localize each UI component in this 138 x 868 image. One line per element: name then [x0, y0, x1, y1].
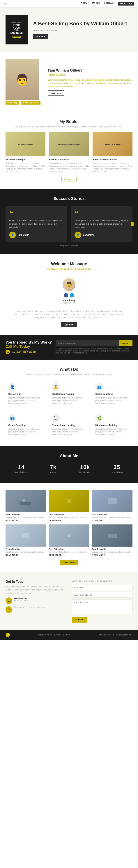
social-icons: f t [5, 293, 133, 298]
story-avatar-2: 👤 [74, 231, 81, 238]
author-name: I'am William Gilbert [48, 68, 133, 72]
footer: W Broadway No 72, New York, NY 10018 Ent… [0, 630, 138, 640]
learn-more-button[interactable]: Learn more [48, 90, 64, 95]
service-desc-4: consectetur adipiscing elit nullam nunc … [8, 428, 43, 436]
twitter-icon[interactable]: t [70, 293, 74, 298]
story-card-2: ❝ Lorem ipsum dolor sit amet, consectetu… [71, 206, 133, 242]
stat-num-events: 35 [103, 464, 131, 471]
form-message-input[interactable] [72, 599, 133, 614]
my-books-badge[interactable]: MY BOOKS ▶ [5, 101, 19, 104]
stat-num-clients: 7k [39, 464, 67, 471]
blog-post-2: Post 2 Headline Sample small text. Lorem… [49, 524, 89, 556]
service-2: 🧘 Mindfulness Training consectetur adipi… [49, 380, 89, 407]
blog-img-4b [92, 490, 133, 512]
blog-sub-2: Sample small text. Lorem ipsum dolor sit… [49, 551, 89, 553]
book-card-1: Business Strategy Business Strategy Susp… [5, 132, 45, 173]
facebook-icon[interactable]: f [64, 293, 68, 298]
book-cover-3: Ideas for Better Advice [93, 132, 133, 156]
story-text-1: Lorem ipsum dolor sit amet, consectetur … [9, 219, 64, 229]
form-email-input[interactable] [72, 592, 133, 598]
contact-phone-info: Phone number: +1 232 343 44 55 [14, 597, 28, 601]
nav-contact[interactable]: CONTACT [104, 2, 115, 5]
call-text: You Inspired By My Work? Call Me Today 📞… [5, 340, 52, 354]
hero-title: A Best-Selling Book by William Gilbert [33, 21, 133, 27]
author-section: 👨 MY BOOKS ▶ DOWNLOAD MY CV ↓ I'am Willi… [0, 52, 138, 112]
footer-link-1[interactable]: Enter your text here [98, 634, 114, 636]
stat-label-clients: Clients [39, 471, 67, 473]
welcome-buy-button[interactable]: Buy Now [61, 322, 76, 327]
call-form-wrap: SUBMIT Elit, sed do eiusmod tempor incid… [56, 340, 133, 354]
form-name-input[interactable] [72, 585, 133, 590]
call-desc: Elit, sed do eiusmod tempor incididunt u… [56, 348, 133, 354]
author-badges: MY BOOKS ▶ DOWNLOAD MY CV ↓ [5, 101, 42, 104]
blog-headline-1: Post 1 Headline [92, 548, 133, 550]
read-more-4b[interactable]: READ MORE [92, 520, 133, 522]
contact-address: Broadway No 72, New York, NY 10018 [14, 606, 46, 608]
read-more-5[interactable]: READ MORE [49, 520, 89, 522]
book-desc-2: Suspendisse vulputate arcu in velit semi… [49, 162, 89, 173]
story-text-2: Lorem ipsum dolor sit amet, consectetur … [74, 219, 129, 229]
nav-my-books[interactable]: MY BOOKS [118, 2, 134, 5]
welcome-source: Image from Flickr [5, 302, 133, 304]
service-icon-3: 👥 [95, 383, 103, 391]
service-title-5: Discussion at meetings [52, 424, 86, 427]
service-title-2: Mindfulness Training [52, 393, 86, 395]
book-cover-1: Business Strategy [5, 132, 45, 156]
buy-now-button[interactable]: Buy Now [33, 34, 48, 39]
welcome-text: Ut enim ad minim veniam, quis nostrud ex… [14, 310, 124, 319]
author-photo: 👨 [5, 59, 39, 100]
story-card-1: ❝ Lorem ipsum dolor sit amet, consectetu… [5, 206, 67, 242]
footer-logo: W [5, 633, 10, 637]
contact-address-item: 📍 Broadway No 72, New York, NY 10018 [5, 606, 66, 613]
books-grid: Business Strategy Business Strategy Susp… [5, 132, 133, 173]
navigation: logo ABOUT MY BIO CONTACT MY BOOKS [0, 0, 138, 7]
download-cv-badge[interactable]: DOWNLOAD MY CV ↓ [21, 101, 40, 104]
svg-rect-6 [108, 498, 117, 504]
read-more-2[interactable]: READ MORE [49, 554, 89, 556]
what-subtitle: Lorem ipsum dolor sit amet, consectetur … [5, 373, 133, 375]
service-title-6: Mindfulness Training [95, 424, 130, 427]
blog-sub-4: Sample small text. Lorem ipsum dolor sit… [5, 517, 46, 519]
service-desc-6: consectetur adipiscing elit nullam nunc … [95, 428, 130, 436]
service-icon-5: 💬 [52, 414, 60, 422]
read-more-4[interactable]: READ MORE [5, 520, 46, 522]
books-learn-more-button[interactable]: learn more [62, 177, 77, 182]
stat-num-readers: 10k [71, 464, 99, 471]
svg-rect-2 [20, 502, 31, 505]
read-more-3[interactable]: READ MORE [5, 554, 46, 556]
quote-mark-2: ❝ [74, 210, 129, 217]
svg-point-4 [67, 499, 71, 503]
service-icon-2: 🧘 [52, 383, 60, 391]
success-title: Success Stories [5, 196, 133, 201]
contact-phone-item: 📞 Phone number: +1 232 343 44 55 [5, 597, 66, 604]
hero-subtitle: eBook Version is Available [33, 29, 133, 32]
nav-my-bio[interactable]: MY BIO [92, 2, 100, 5]
blog-post-3: Post 3 Headline Sample small text. Lorem… [5, 524, 46, 556]
blog-sub-3: Sample small text. Lorem ipsum dolor sit… [5, 551, 46, 553]
form-submit-button[interactable]: SUBMIT [72, 617, 87, 623]
service-6: 🌿 Mindfulness Training consectetur adipi… [93, 411, 133, 439]
location-icon: 📍 [5, 606, 12, 613]
call-phone: 📞 +1 (234) 567-8910 [5, 350, 52, 354]
contact-title: Get In Touch [5, 580, 66, 584]
svg-point-1 [23, 499, 25, 502]
stat-events: 35 Literary Events [101, 462, 133, 475]
footer-address: Broadway No 72, New York, NY 10018 [38, 634, 70, 636]
call-submit-button[interactable]: SUBMIT [119, 340, 133, 346]
blog-post-5: Post 5 Headline Sample small text. Lorem… [49, 490, 89, 522]
nav-about[interactable]: ABOUT [81, 2, 89, 5]
call-form: SUBMIT [56, 340, 133, 346]
welcome-title: Welcome Message [5, 261, 133, 266]
call-email-input[interactable] [56, 340, 119, 346]
book-cover: WILLIAM GILBERT STARTYOUROWNBUSINESS BUS… [5, 15, 28, 44]
stat-label-books: Books Published [7, 471, 35, 473]
story-next-arrow[interactable]: › [131, 222, 134, 226]
book-cover-label-1: Business Strategy [17, 142, 34, 147]
footer-link-2[interactable]: Enter your text here [116, 634, 133, 636]
service-title-3: Group Coaching [95, 393, 130, 395]
read-more-1[interactable]: READ MORE [92, 554, 133, 556]
form-message-row [72, 599, 133, 615]
hero-text: A Best-Selling Book by William Gilbert e… [33, 21, 133, 39]
blog-learn-more-button[interactable]: Learn more [60, 560, 78, 565]
book-card-2: Forward Business Strategy Business Solut… [49, 132, 89, 173]
